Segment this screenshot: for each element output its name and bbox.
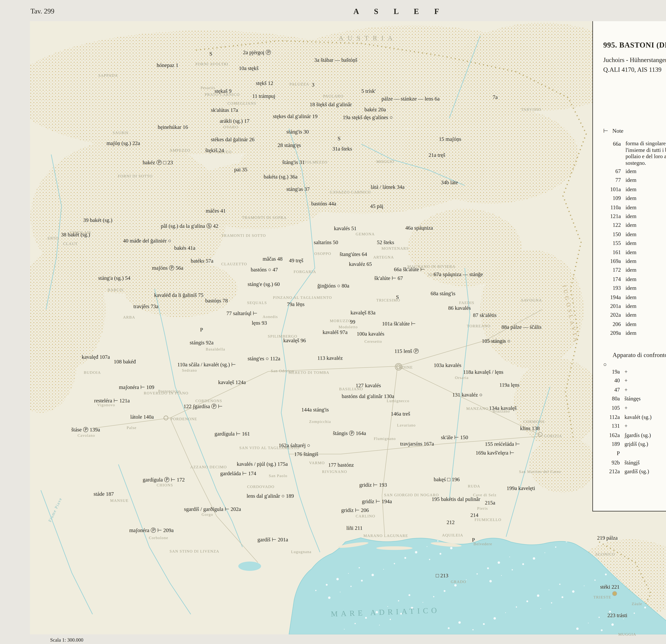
map-data-label: batéks 57a <box>191 258 213 264</box>
map-place-label: CAVAZZO CARNICO <box>330 190 371 195</box>
map-place-label: BARCIS <box>107 287 123 292</box>
map-data-label: 122 ʃgardísa Ⓟ ⊢ <box>183 403 223 410</box>
map-data-label: 134a kavalęš <box>489 405 517 411</box>
map-data-label: kavaléz 65 <box>349 261 372 267</box>
map-place-label: SEQUALS <box>247 301 267 305</box>
map-data-label: 144a stáng'is <box>301 407 329 412</box>
map-data-label: 199a kavelęti <box>507 485 535 491</box>
map-place-label: MANSUE <box>110 498 128 503</box>
map-data-label: gridíz ⊢ 206 <box>341 507 369 513</box>
map-data-label: 103a kavalés <box>434 362 461 368</box>
entry-number: 66a <box>603 139 621 167</box>
map-data-label: P <box>472 537 475 543</box>
map-data-label: stángis 92a <box>190 340 213 345</box>
scale-note: Scala 1: 300.000 <box>50 637 83 643</box>
note-idem-entry: 174idem <box>603 275 666 284</box>
map-data-label: štáse Ⓟ 139a <box>71 426 100 433</box>
map-data-label: S <box>396 294 399 300</box>
map-data-label: maʃonéra ⊢ 109 <box>119 384 154 390</box>
note-idem-entry: 77idem <box>603 176 666 185</box>
legend-entry: 80aštángęs <box>603 394 666 404</box>
map-place-label: Cavolano <box>77 433 95 438</box>
map-data-label: 177 bastónz <box>328 462 354 468</box>
map-data-label: 169a kavš'elęra ⊢ <box>475 449 514 455</box>
map-data-label: 34b láte <box>441 180 458 185</box>
map-data-label: kavalés 51 <box>334 226 356 231</box>
map-place-label: FORGARIA <box>294 269 316 274</box>
map-place-label: Lavariano <box>397 423 416 428</box>
map-data-label: gardeláda ⊢ 174 <box>220 470 256 477</box>
note-idem-entry: 150idem <box>603 230 666 239</box>
map-place-label: CORMONS <box>523 419 545 424</box>
map-place-label: MONTENARS <box>382 246 409 251</box>
map-place-label: MARANO LAGUNARE <box>363 533 408 538</box>
map-data-label: stękes dal g'alinár 19 <box>273 113 318 119</box>
note-symbol: ⊢ <box>603 127 608 134</box>
note-idem-entry: 169aidem <box>603 257 666 266</box>
map-place-label: COMEGLIANS <box>228 101 257 106</box>
map-place-label: MANZANO <box>466 406 489 411</box>
entry-text: forma di singolare collettivo: indica l'… <box>626 139 666 167</box>
note-idem-entry: 193idem <box>603 284 666 293</box>
map-data-label: maʃonéra Ⓟ ⊢ 209a <box>129 527 174 534</box>
map-data-label: hónepaz 1 <box>157 62 178 68</box>
map-data-label: látole 140a <box>130 414 154 420</box>
map-data-label: kavalęđ 107a <box>82 354 110 360</box>
note-idem-entry: 201aidem <box>603 302 666 311</box>
map-place-label: TRIESTE <box>593 595 611 600</box>
map-data-label: bastóns ○ 47 <box>251 267 278 272</box>
note-entry: 66aforma di singolare collettivo: indica… <box>603 139 666 167</box>
map-data-label: šk'alúte ⊢ 67 <box>374 275 403 281</box>
map-data-label: kavalés / pįúl (sg.) 175a <box>237 461 288 467</box>
map-place-label: PORDENONE <box>171 417 197 421</box>
note-idem-entry: 122idem <box>603 221 666 230</box>
map-place-label: MORUZZO <box>330 319 351 323</box>
map-place-label: AZZANO DECIMO <box>190 465 227 469</box>
map-data-label: stéki 221 <box>600 584 619 590</box>
map-place-label: CORDENONS <box>195 398 222 403</box>
map-place-label: Pesariis <box>200 86 215 90</box>
map-data-label: gardíš ⊢ 201a <box>258 536 288 542</box>
map-place-label: Flumignano <box>374 436 396 441</box>
map-data-label: 212 <box>446 519 455 525</box>
map-place-label: TARVISIO <box>521 107 541 112</box>
note-idem-entry: 172idem <box>603 266 666 275</box>
legend-entry: 112akavalét (sg.) <box>603 413 666 422</box>
map-data-label: bakęś □ 196 <box>434 477 460 482</box>
map-place-label: CLAUZETTO <box>221 262 247 266</box>
map-place-label: CLAUT <box>63 242 78 246</box>
map-data-label: 146a treš <box>391 411 410 417</box>
map-data-label: ğinğións ○ 80a <box>317 283 349 289</box>
map-data-label: štángis Ⓟ 164a <box>333 430 366 437</box>
map-data-label: kavalęš 96 <box>283 338 306 343</box>
map-data-label: gardígula Ⓟ ⊢ 172 <box>143 476 185 483</box>
map-place-label: SAVOGNA <box>521 298 542 302</box>
map-place-label: ERTO <box>48 236 59 240</box>
map-place-label: MOGGIO <box>376 159 394 164</box>
map-data-label: 40 máđe del ğaliniér ○ <box>123 238 171 244</box>
map-place-label: CARLINO <box>356 514 375 518</box>
map-data-label: bastóņs 78 <box>205 298 228 304</box>
legend-entry: 47+ <box>603 386 666 394</box>
atlas-page: Tav. 299 A S L E F Carta 253 <box>0 0 666 644</box>
map-data-label: saltaríns 50 <box>314 239 338 245</box>
legend-entry: 92bštángįš <box>603 458 666 467</box>
map-place-label: Corbolone <box>149 536 168 540</box>
map-data-label: 5 trísk' <box>361 88 376 94</box>
map-place-label: Basaldella <box>206 347 225 352</box>
legend-entry: 105+ <box>603 404 666 412</box>
map-data-label: stękaš 9 <box>215 88 232 94</box>
map-place-label: SAN GIORGIO DI NOGARO <box>384 493 439 497</box>
legend-title: 995. BASTONI (DEL POLLAIO) <box>603 41 666 50</box>
map-data-label: 127 kavalés <box>356 382 381 388</box>
map-data-label: gridíz ⊢ 194a <box>362 498 392 504</box>
map-place-label: FORNI AVOLTRI <box>195 62 228 67</box>
map-data-label: mâčas 48 <box>263 256 282 262</box>
map-data-label: pâl (sg.) da la g'alína Ⓢ 42 <box>161 223 218 230</box>
map-place-label: San Martino del Carso <box>519 469 561 474</box>
confronto-rows: 19a+40+47+80aštángęs105+112akavalét (sg.… <box>603 367 666 476</box>
note-idem-entry: 109idem <box>603 194 666 203</box>
map-place-label: Modoletto <box>338 325 358 329</box>
map-region-label: AUSTRIA <box>338 34 397 42</box>
map-data-label: 66a šk'alúte ⊢ <box>394 266 425 272</box>
